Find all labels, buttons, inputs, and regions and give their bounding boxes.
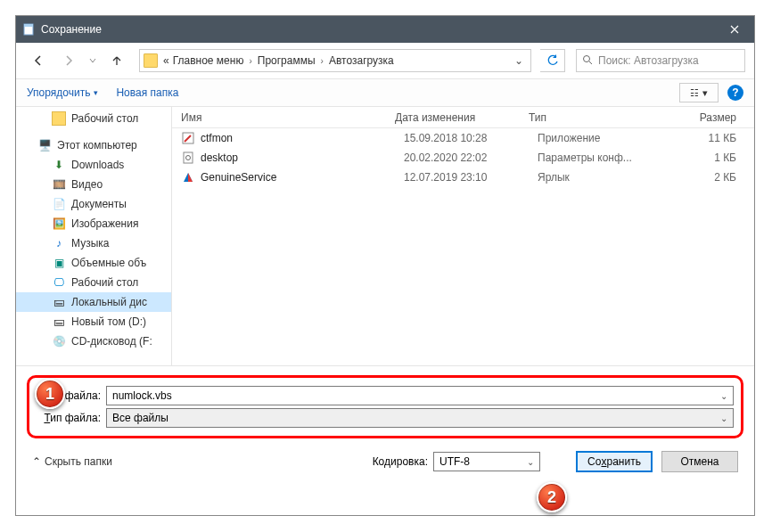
chevron-down-icon[interactable]: ⌄ [720,391,727,401]
file-icon [181,131,195,145]
sidebar-item-thispc[interactable]: 🖥️Этот компьютер [16,135,171,155]
titlebar: Сохранение [16,16,754,43]
documents-icon: 📄 [52,197,66,211]
col-name[interactable]: Имя [172,111,395,124]
sidebar-item-desktop-quick[interactable]: Рабочий стол [16,109,171,128]
file-row[interactable]: desktop 20.02.2020 22:02 Параметры конф.… [172,148,754,168]
organize-menu[interactable]: Упорядочить▾ [27,86,98,99]
sidebar-item-video[interactable]: 🎞️Видео [16,175,171,194]
encoding-label: Кодировка: [373,455,428,468]
chevron-right-icon: › [321,56,324,66]
drive-icon: 🖴 [52,295,66,309]
action-row: ⌃ Скрыть папки Кодировка: UTF-8 ⌄ Сохран… [21,446,749,479]
breadcrumb-item[interactable]: Главное меню [173,54,244,67]
file-list: Имя Дата изменения Тип Размер ctfmon 15.… [172,107,754,365]
chevron-down-icon[interactable]: ⌄ [720,413,727,423]
dialog-window: Сохранение « Главное меню › Программы › … [15,15,755,516]
desktop-icon: 🖵 [52,275,66,290]
search-icon [582,54,593,68]
help-button[interactable]: ? [727,85,743,101]
drive-icon: 🖴 [52,315,66,329]
forward-button[interactable] [55,47,82,74]
new-folder-button[interactable]: Новая папка [116,86,178,99]
chevron-down-icon[interactable]: ⌄ [527,457,534,467]
sidebar-item-documents[interactable]: 📄Документы [16,194,171,214]
filename-input[interactable]: ⌄ [106,386,734,405]
downloads-icon: ⬇ [52,158,66,172]
breadcrumb-item[interactable]: Программы [258,54,316,67]
up-button[interactable] [103,47,130,74]
chevron-right-icon: › [249,56,251,66]
svg-point-2 [584,55,590,61]
svg-rect-1 [24,24,33,27]
folder-icon [52,111,66,126]
cube-icon: ▣ [52,256,66,270]
sidebar-item-music[interactable]: ♪Музыка [16,233,171,253]
filetype-label: Тип файла: [37,412,106,424]
pc-icon: 🖥️ [37,138,52,152]
breadcrumb-item[interactable]: Автозагрузка [329,54,394,67]
cancel-button[interactable]: Отмена [661,451,738,472]
sidebar-item-desktop[interactable]: 🖵Рабочий стол [16,273,171,292]
sidebar-item-pictures[interactable]: 🖼️Изображения [16,214,171,233]
navbar: « Главное меню › Программы › Автозагрузк… [16,43,754,78]
chevron-up-icon: ⌃ [32,455,41,468]
breadcrumb-bar[interactable]: « Главное меню › Программы › Автозагрузк… [139,49,531,72]
sidebar-item-localdisk[interactable]: 🖴Локальный дис [16,292,171,312]
svg-rect-4 [184,152,193,163]
col-type[interactable]: Тип [529,111,653,124]
toolbar: Упорядочить▾ Новая папка ☷ ▾ ? [16,78,754,107]
sidebar-item-newvol[interactable]: 🖴Новый том (D:) [16,312,171,331]
sidebar-item-downloads[interactable]: ⬇Downloads [16,155,171,175]
file-row[interactable]: GenuineService 12.07.2019 23:10 Ярлык 2 … [172,168,754,187]
breadcrumb-prefix: « [163,54,169,67]
annotation-box-1: Имя файла: ⌄ Тип файла: Все файлы ⌄ [27,375,743,438]
file-row[interactable]: ctfmon 15.09.2018 10:28 Приложение 11 КБ [172,128,754,148]
sidebar: Рабочий стол 🖥️Этот компьютер ⬇Downloads… [16,107,172,365]
body: Рабочий стол 🖥️Этот компьютер ⬇Downloads… [16,107,754,365]
config-icon [181,151,195,165]
col-date[interactable]: Дата изменения [395,111,529,124]
encoding-select[interactable]: UTF-8 ⌄ [433,452,540,471]
view-mode-button[interactable]: ☷ ▾ [679,83,719,102]
back-button[interactable] [25,47,52,74]
filetype-select[interactable]: Все файлы ⌄ [106,408,734,428]
save-button[interactable]: Сохранить [576,451,653,472]
video-icon: 🎞️ [52,177,66,192]
annotation-badge-2: 2 [537,482,567,512]
recent-dropdown[interactable] [86,47,100,74]
folder-icon [144,53,158,68]
sidebar-item-cd[interactable]: 💿CD-дисковод (F: [16,331,171,351]
cd-icon: 💿 [52,334,66,348]
annotation-badge-1: 1 [35,379,65,409]
col-size[interactable]: Размер [653,111,754,124]
search-placeholder: Поиск: Автозагрузка [598,54,699,67]
music-icon: ♪ [52,236,66,250]
bottom-panel: Имя файла: ⌄ Тип файла: Все файлы ⌄ ⌃ Ск… [16,365,754,485]
sidebar-item-3d[interactable]: ▣Объемные объ [16,253,171,273]
refresh-button[interactable] [540,49,565,72]
window-title: Сохранение [41,23,714,36]
notepad-icon [21,22,36,37]
column-headers[interactable]: Имя Дата изменения Тип Размер [172,107,754,128]
search-input[interactable]: Поиск: Автозагрузка [576,49,745,72]
path-dropdown[interactable]: ⌄ [511,54,527,67]
shortcut-icon [181,170,195,184]
pictures-icon: 🖼️ [52,217,66,231]
hide-folders-toggle[interactable]: ⌃ Скрыть папки [32,455,112,468]
close-button[interactable] [714,16,754,43]
